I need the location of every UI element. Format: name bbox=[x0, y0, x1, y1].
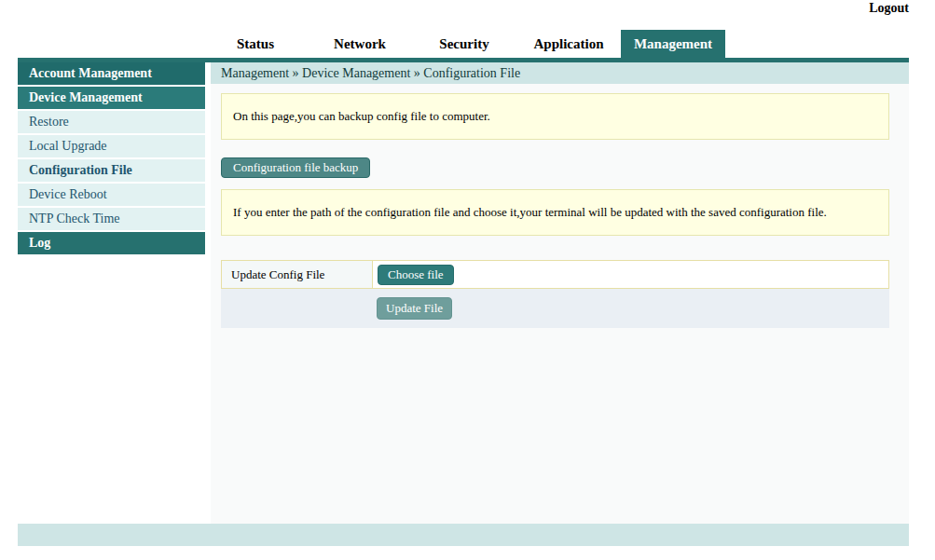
sidebar-item-log[interactable]: Log bbox=[18, 232, 205, 254]
sidebar-item-local-upgrade[interactable]: Local Upgrade bbox=[18, 135, 205, 157]
main-nav-tabs: Status Network Security Application Mana… bbox=[203, 30, 725, 58]
sidebar-item-ntp-check-time[interactable]: NTP Check Time bbox=[18, 208, 205, 230]
configuration-file-backup-button[interactable]: Configuration file backup bbox=[221, 157, 370, 178]
sidebar-item-restore[interactable]: Restore bbox=[18, 111, 205, 133]
update-config-file-row: Update Config File Choose file bbox=[221, 260, 889, 289]
sidebar-item-account-management[interactable]: Account Management bbox=[18, 62, 205, 85]
router-admin-page: Logout Status Network Security Applicati… bbox=[0, 0, 935, 560]
main-content: Management » Device Management » Configu… bbox=[211, 62, 909, 524]
sidebar-item-device-reboot[interactable]: Device Reboot bbox=[18, 184, 205, 206]
breadcrumb: Management » Device Management » Configu… bbox=[211, 62, 909, 84]
tab-network[interactable]: Network bbox=[308, 30, 412, 58]
choose-file-button[interactable]: Choose file bbox=[378, 265, 454, 285]
logout-link[interactable]: Logout bbox=[869, 1, 909, 16]
submit-row: Update File bbox=[221, 289, 889, 328]
tab-application[interactable]: Application bbox=[516, 30, 621, 58]
backup-info-box: On this page,you can backup config file … bbox=[221, 93, 889, 140]
sidebar: Account Management Device Management Res… bbox=[18, 62, 205, 256]
tab-security[interactable]: Security bbox=[412, 30, 516, 58]
file-input-cell: Choose file bbox=[373, 261, 888, 288]
footer-bar bbox=[18, 524, 909, 546]
update-info-box: If you enter the path of the configurati… bbox=[221, 189, 889, 236]
sidebar-item-device-management[interactable]: Device Management bbox=[18, 87, 205, 109]
sidebar-item-configuration-file[interactable]: Configuration File bbox=[18, 159, 205, 182]
update-config-file-label: Update Config File bbox=[222, 261, 373, 288]
update-file-button[interactable]: Update File bbox=[377, 297, 452, 320]
update-config-form: Update Config File Choose file Update Fi… bbox=[221, 260, 889, 328]
tab-management[interactable]: Management bbox=[621, 30, 725, 58]
tab-status[interactable]: Status bbox=[203, 30, 308, 58]
